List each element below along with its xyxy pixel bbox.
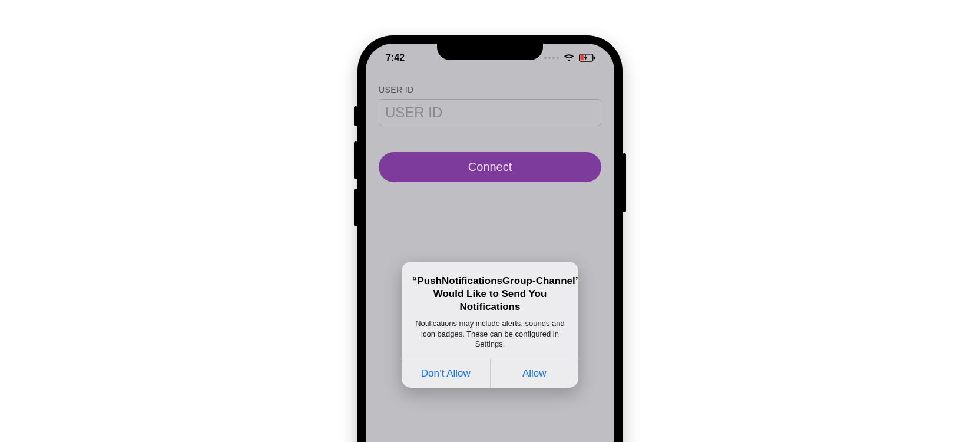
status-icons <box>544 52 595 63</box>
alert-body: “PushNotificationsGroup‑Channel” Would L… <box>402 262 578 359</box>
allow-button[interactable]: Allow <box>490 359 579 388</box>
app-content: USER ID Connect <box>379 85 601 182</box>
svg-rect-1 <box>594 57 595 60</box>
user-id-input[interactable] <box>379 99 601 126</box>
user-id-label: USER ID <box>379 85 601 94</box>
cellular-icon <box>544 57 559 59</box>
svg-rect-2 <box>580 55 584 60</box>
dont-allow-button[interactable]: Don’t Allow <box>402 359 490 388</box>
battery-icon <box>579 54 595 62</box>
wifi-icon <box>564 52 574 63</box>
phone-frame: 7:42 USE <box>357 35 623 442</box>
alert-message: Notifications may include alerts, sounds… <box>412 318 568 349</box>
canvas: 7:42 USE <box>0 0 980 442</box>
alert-buttons: Don’t Allow Allow <box>402 359 578 388</box>
screen: 7:42 USE <box>366 44 614 442</box>
volume-down-button <box>354 189 357 226</box>
mute-switch <box>354 106 357 126</box>
notch <box>437 44 543 60</box>
notification-permission-alert: “PushNotificationsGroup‑Channel” Would L… <box>402 262 578 388</box>
alert-title: “PushNotificationsGroup‑Channel” Would L… <box>412 275 568 314</box>
volume-up-button <box>354 141 357 179</box>
connect-button[interactable]: Connect <box>379 152 601 182</box>
status-time: 7:42 <box>386 52 405 63</box>
power-button <box>623 153 626 212</box>
